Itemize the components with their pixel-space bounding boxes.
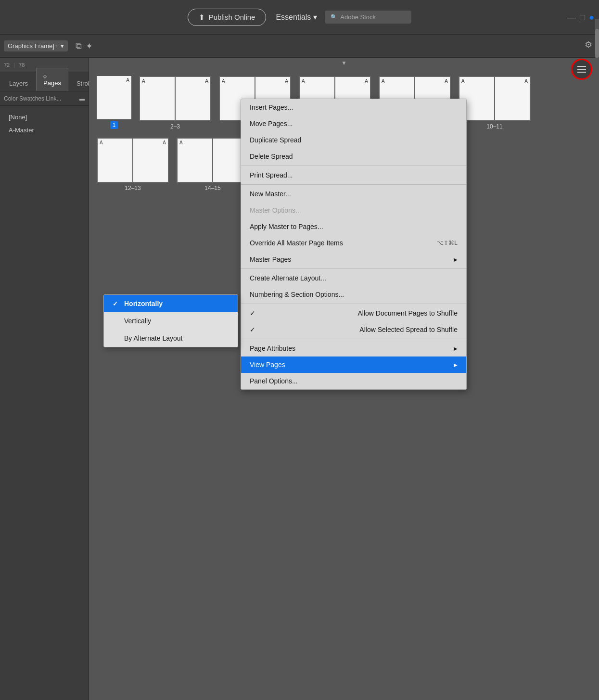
submenu-vertically[interactable]: Vertically [104, 312, 238, 330]
horizontally-checkmark: ✓ [113, 300, 120, 307]
menu-master-pages[interactable]: Master Pages ▶ [241, 251, 466, 267]
page-9-master-label: A [445, 78, 448, 84]
frame-selector[interactable]: Graphics Frame]+ ▾ [4, 40, 68, 51]
scroll-down-icon: ▼ [341, 60, 347, 66]
chevron-down-icon: ▾ [313, 13, 317, 22]
menu-override-all-label: Override All Master Page Items [250, 239, 343, 247]
search-icon: 🔍 [331, 14, 337, 20]
page-5-master-label: A [285, 78, 288, 84]
page-thumb-1: A [97, 76, 131, 119]
more-tabs-label: Color Swatches Link... [4, 95, 61, 102]
allow-spread-shuffle-checkmark: ✓ [250, 326, 255, 333]
menu-delete-spread[interactable]: Delete Spread [241, 148, 466, 165]
menu-allow-spread-shuffle[interactable]: ✓ Allow Selected Spread to Shuffle [241, 321, 466, 338]
page-thumb-12: A [98, 139, 132, 182]
page-12-13-number: 12–13 [125, 185, 140, 191]
menu-delete-spread-label: Delete Spread [250, 153, 293, 160]
effects-icon[interactable]: ✦ [86, 41, 93, 51]
menu-duplicate-spread[interactable]: Duplicate Spread [241, 132, 466, 148]
page-group-1[interactable]: A 1 [97, 76, 131, 130]
panel-collapse-button[interactable]: ▬ [79, 96, 85, 102]
tab-layers[interactable]: Layers [2, 76, 35, 91]
page-group-2-3[interactable]: A A 2–3 [139, 76, 211, 130]
menu-page-attributes-label: Page Attributes [250, 344, 295, 352]
menu-create-alternate-label: Create Alternate Layout... [250, 274, 326, 282]
submenu-horizontally-label: Horizontally [124, 300, 163, 307]
page-spread-12-13: A A [97, 138, 169, 183]
page-2-3-number: 2–3 [170, 123, 180, 130]
tabs-header: Layers ◇ Pages Stroke [0, 72, 89, 91]
page-thumb-3: A [176, 77, 210, 120]
menu-new-master-label: New Master... [250, 190, 291, 198]
page-11-master-label: A [524, 78, 528, 84]
minimize-icon[interactable]: — [567, 13, 576, 23]
page-1-number: 1 [110, 121, 118, 129]
menu-numbering-section-label: Numbering & Section Options... [250, 291, 344, 298]
page-1-master-label: A [126, 77, 129, 83]
publish-online-label: Publish Online [209, 13, 255, 21]
panel-item-none-label: [None] [9, 114, 27, 121]
menu-new-master[interactable]: New Master... [241, 186, 466, 202]
menu-numbering-section[interactable]: Numbering & Section Options... [241, 286, 466, 303]
page-14-master-label: A [179, 140, 183, 145]
page-10-master-label: A [461, 78, 465, 84]
panel-item-a-master[interactable]: A-Master [4, 124, 85, 137]
view-pages-submenu: ✓ Horizontally Vertically By Alternate L… [103, 294, 238, 347]
panel-top-row: Color Swatches Link... ▬ [0, 91, 89, 106]
left-sidebar: 72 | 78 Layers ◇ Pages Stroke Color Swat… [0, 58, 89, 700]
page-spread-14-15: A A [177, 138, 249, 183]
page-thumb-2: A [140, 77, 175, 120]
transform-icon[interactable]: ⧉ [76, 41, 82, 51]
tab-pages[interactable]: ◇ Pages [36, 68, 68, 91]
menu-view-pages-arrow: ▶ [454, 362, 458, 368]
top-bar: ⬆ Publish Online Essentials ▾ 🔍 Adobe St… [0, 0, 599, 35]
menu-view-pages-label: View Pages [250, 361, 285, 369]
maximize-icon[interactable]: □ [580, 13, 585, 23]
menu-create-alternate[interactable]: Create Alternate Layout... [241, 270, 466, 286]
submenu-by-alternate-label: By Alternate Layout [124, 334, 182, 342]
tab-pages-label: Pages [43, 79, 61, 87]
menu-insert-pages[interactable]: Insert Pages... [241, 99, 466, 115]
panel-item-a-master-label: A-Master [9, 127, 34, 134]
menu-override-shortcut: ⌥⇧⌘L [437, 240, 458, 246]
menu-print-spread[interactable]: Print Spread... [241, 167, 466, 183]
menu-panel-options[interactable]: Panel Options... [241, 373, 466, 389]
toolbar-row: Graphics Frame]+ ▾ ⧉ ✦ ⚙ [0, 35, 599, 58]
gear-icon[interactable]: ⚙ [585, 39, 592, 50]
page-group-14-15[interactable]: A A 14–15 [177, 138, 249, 191]
menu-move-pages[interactable]: Move Pages... [241, 115, 466, 132]
top-right-icons: — □ ● [567, 0, 594, 35]
publish-online-button[interactable]: ⬆ Publish Online [188, 9, 267, 26]
menu-override-all[interactable]: Override All Master Page Items ⌥⇧⌘L [241, 235, 466, 251]
menu-allow-shuffle[interactable]: ✓ Allow Document Pages to Shuffle [241, 305, 466, 321]
page-13-master-label: A [163, 140, 166, 145]
page-thumb-13: A [133, 139, 168, 182]
search-box[interactable]: 🔍 Adobe Stock [325, 11, 411, 24]
search-placeholder: Adobe Stock [340, 13, 376, 21]
submenu-vertically-label: Vertically [124, 317, 151, 325]
page-14-15-number: 14–15 [204, 185, 220, 191]
menu-master-pages-arrow: ▶ [454, 257, 458, 262]
menu-view-pages[interactable]: View Pages ▶ [241, 356, 466, 373]
panel-item-none[interactable]: [None] [4, 111, 85, 124]
submenu-horizontally[interactable]: ✓ Horizontally [104, 295, 238, 312]
page-7-master-label: A [365, 78, 368, 84]
page-group-12-13[interactable]: A A 12–13 [97, 138, 169, 191]
menu-apply-master[interactable]: Apply Master to Pages... [241, 218, 466, 235]
upload-icon: ⬆ [199, 13, 205, 22]
menu-page-attributes[interactable]: Page Attributes ▶ [241, 340, 466, 356]
page-spread-2-3: A A [139, 76, 211, 121]
page-2-master-label: A [142, 78, 145, 84]
frame-dropdown-icon: ▾ [61, 42, 64, 50]
menu-allow-spread-shuffle-label: Allow Selected Spread to Shuffle [359, 326, 458, 333]
tab-layers-label: Layers [9, 80, 28, 87]
allow-shuffle-checkmark: ✓ [250, 309, 255, 317]
page-group-10-11[interactable]: A A 10–11 [459, 76, 531, 130]
page-6-master-label: A [302, 78, 305, 84]
menu-separator-1 [241, 165, 466, 166]
page-3-master-label: A [205, 78, 208, 84]
close-icon[interactable]: ● [589, 13, 594, 23]
essentials-button[interactable]: Essentials ▾ [276, 13, 317, 22]
hamburger-menu-button[interactable] [571, 59, 592, 80]
submenu-by-alternate[interactable]: By Alternate Layout [104, 330, 238, 347]
